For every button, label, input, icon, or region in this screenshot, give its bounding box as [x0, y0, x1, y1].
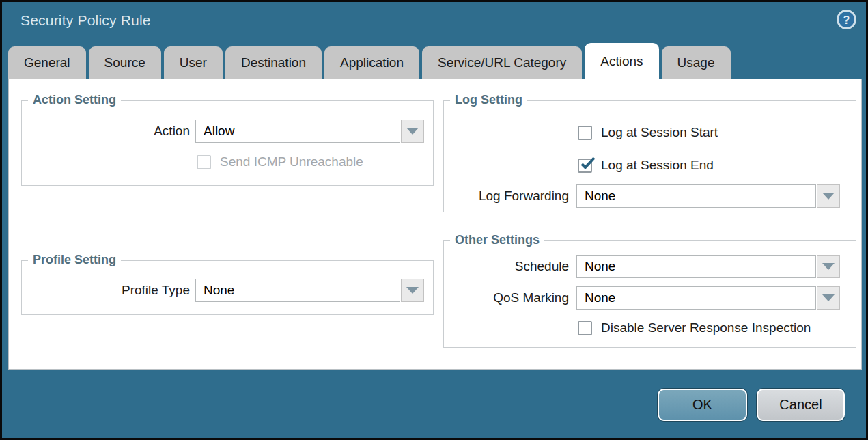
tab-actions[interactable]: Actions	[585, 43, 658, 79]
tab-destination[interactable]: Destination	[225, 46, 322, 79]
log-forwarding-dropdown: None	[576, 184, 840, 208]
qos-marking-field-label: QoS Marking	[419, 286, 569, 310]
help-button[interactable]: ?	[837, 10, 856, 29]
action-dropdown-button[interactable]	[401, 120, 424, 143]
tab-general[interactable]: General	[8, 46, 86, 79]
profile-setting-group-title: Profile Setting	[28, 253, 121, 267]
schedule-dropdown: None	[576, 255, 840, 278]
schedule-dropdown-button[interactable]	[817, 255, 840, 278]
tab-service-url-category[interactable]: Service/URL Category	[422, 46, 582, 79]
schedule-field-label: Schedule	[419, 255, 569, 278]
log-forwarding-dropdown-button[interactable]	[817, 184, 840, 208]
tab-usage[interactable]: Usage	[662, 46, 731, 79]
action-setting-group-title: Action Setting	[28, 93, 121, 107]
profile-type-field-label: Profile Type	[23, 279, 190, 302]
log-at-session-start-checkbox[interactable]	[578, 126, 592, 140]
qos-marking-dropdown: None	[576, 286, 840, 310]
schedule-dropdown-value[interactable]: None	[576, 255, 816, 278]
svg-text:?: ?	[843, 14, 850, 26]
log-setting-group-title: Log Setting	[450, 93, 527, 107]
ok-button[interactable]: OK	[658, 389, 747, 421]
qos-marking-dropdown-value[interactable]: None	[576, 286, 816, 310]
screenshot-frame: Security Policy Rule ? General Source Us…	[0, 0, 868, 440]
send-icmp-unreachable-row: Send ICMP Unreachable	[197, 154, 363, 169]
qos-marking-dropdown-button[interactable]	[817, 286, 840, 310]
profile-type-dropdown: None	[195, 279, 424, 302]
dialog-title: Security Policy Rule	[20, 12, 151, 29]
chevron-down-icon	[406, 128, 419, 135]
action-setting-group: Action Setting	[21, 100, 434, 186]
cancel-button[interactable]: Cancel	[757, 389, 845, 421]
profile-type-dropdown-value[interactable]: None	[195, 279, 400, 302]
tab-source[interactable]: Source	[89, 46, 161, 79]
tab-application[interactable]: Application	[324, 46, 419, 79]
action-field-label: Action	[23, 120, 190, 143]
log-forwarding-field-label: Log Forwarding	[419, 184, 569, 208]
log-session-start-row: Log at Session Start	[578, 125, 718, 140]
actions-tab-panel: Action Setting Action Allow Send ICMP Un…	[8, 79, 862, 370]
log-at-session-end-label: Log at Session End	[601, 158, 714, 173]
tab-user[interactable]: User	[164, 46, 223, 79]
chevron-down-icon	[822, 193, 835, 200]
other-settings-group-title: Other Settings	[450, 233, 544, 247]
action-dropdown-value[interactable]: Allow	[195, 120, 400, 143]
chevron-down-icon	[406, 287, 419, 294]
tab-bar: General Source User Destination Applicat…	[8, 43, 731, 79]
log-session-end-row: Log at Session End	[578, 158, 714, 173]
disable-server-response-inspection-checkbox[interactable]	[578, 321, 592, 335]
chevron-down-icon	[822, 294, 835, 301]
check-icon	[578, 155, 596, 173]
log-forwarding-dropdown-value[interactable]: None	[576, 184, 816, 208]
security-policy-rule-dialog: Security Policy Rule ? General Source Us…	[2, 2, 866, 438]
send-icmp-unreachable-label: Send ICMP Unreachable	[220, 154, 363, 169]
send-icmp-unreachable-checkbox[interactable]	[197, 155, 211, 169]
disable-server-response-inspection-label: Disable Server Response Inspection	[601, 320, 811, 335]
disable-sri-row: Disable Server Response Inspection	[578, 320, 811, 335]
log-at-session-start-label: Log at Session Start	[601, 125, 718, 140]
log-at-session-end-checkbox[interactable]	[578, 159, 592, 173]
help-question-icon: ?	[837, 10, 856, 29]
chevron-down-icon	[822, 263, 835, 270]
action-dropdown: Allow	[195, 120, 424, 143]
